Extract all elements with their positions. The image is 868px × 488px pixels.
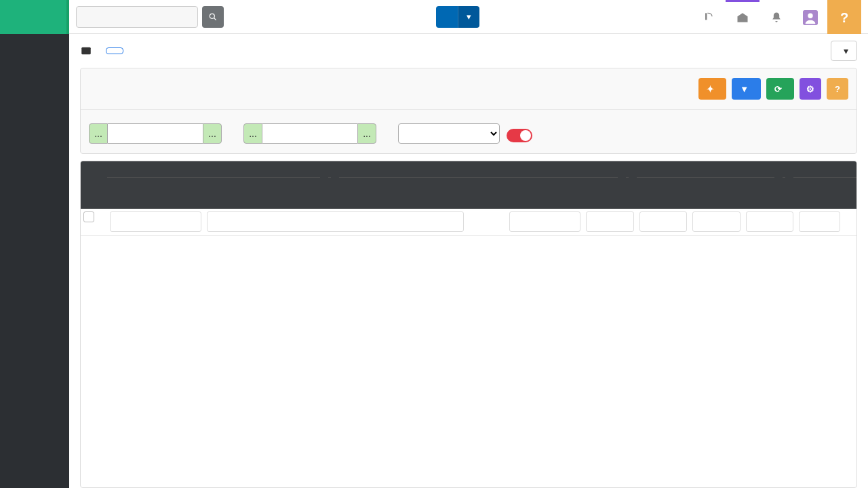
filters-button[interactable]: ▼ xyxy=(732,78,761,100)
description-input[interactable] xyxy=(262,123,357,144)
panel-help-button[interactable]: ? xyxy=(827,78,848,100)
find-buy[interactable] xyxy=(746,211,794,232)
search-button[interactable] xyxy=(202,6,224,28)
description-picker-right[interactable]: ... xyxy=(357,123,376,144)
stock-type-toggle[interactable] xyxy=(507,129,532,142)
svg-rect-2 xyxy=(705,13,707,20)
page-title xyxy=(80,45,98,57)
add-new-button[interactable] xyxy=(106,47,123,54)
warehouse-icon[interactable] xyxy=(726,0,760,34)
help-button[interactable]: ? xyxy=(827,0,861,34)
description-picker-left[interactable]: ... xyxy=(243,123,262,144)
grid-actions-button[interactable]: ✦ xyxy=(698,78,726,100)
group-levels xyxy=(543,167,703,178)
avatar-icon[interactable] xyxy=(793,0,827,34)
svg-rect-5 xyxy=(81,47,91,55)
find-avl[interactable] xyxy=(692,211,741,232)
stock-code-picker-left[interactable]: ... xyxy=(89,123,108,144)
settings-button[interactable]: ⚙ xyxy=(800,78,821,100)
logo[interactable] xyxy=(0,0,69,34)
stock-type-select[interactable] xyxy=(398,123,500,144)
find-ord[interactable] xyxy=(586,211,634,232)
find-sell[interactable] xyxy=(799,211,840,232)
bell-icon[interactable] xyxy=(760,0,793,34)
svg-point-0 xyxy=(210,14,214,18)
group-general xyxy=(107,167,543,178)
find-desc[interactable] xyxy=(207,211,464,232)
search-input[interactable] xyxy=(76,6,198,28)
group-pricing xyxy=(703,167,856,178)
scanner-icon[interactable] xyxy=(692,0,726,34)
new-stock-item-button[interactable] xyxy=(436,6,458,28)
find-asn[interactable] xyxy=(639,211,688,232)
stock-code-picker-right[interactable]: ... xyxy=(203,123,222,144)
actions-dropdown[interactable]: ▾ xyxy=(831,41,857,61)
svg-line-1 xyxy=(214,18,216,20)
stock-code-input[interactable] xyxy=(108,123,203,144)
refresh-button[interactable]: ⟳ xyxy=(766,78,794,100)
find-code[interactable] xyxy=(110,211,201,232)
svg-point-4 xyxy=(808,14,812,18)
find-type[interactable] xyxy=(509,211,580,232)
new-stock-item-dropdown[interactable]: ▾ xyxy=(458,6,479,28)
